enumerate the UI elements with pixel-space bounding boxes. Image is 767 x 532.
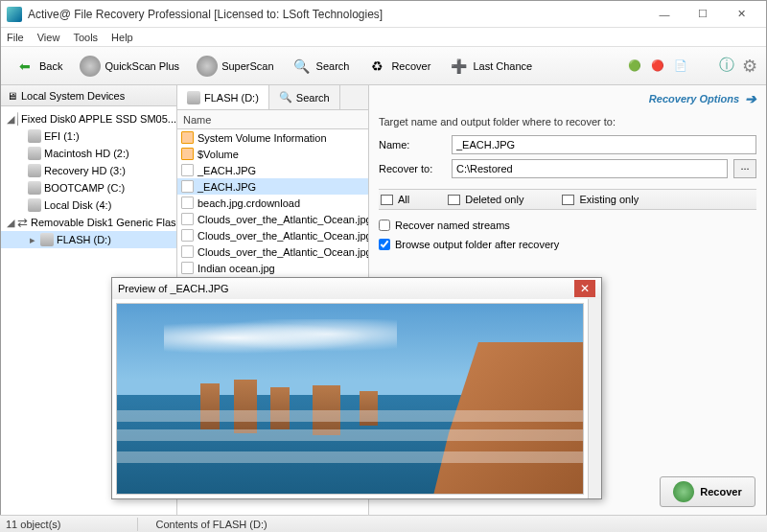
stop-icon[interactable]: 🔴 xyxy=(649,58,666,75)
recover-button[interactable]: Recover xyxy=(660,476,755,507)
folder-icon xyxy=(181,148,194,160)
file-icon xyxy=(181,262,194,274)
status-objects: 11 object(s) xyxy=(6,519,60,530)
file-icon xyxy=(181,180,194,193)
file-name: _EACH.JPG xyxy=(198,181,256,193)
browse-button[interactable]: ... xyxy=(733,159,756,178)
lastchance-icon: ➕ xyxy=(448,56,469,77)
minimize-button[interactable]: — xyxy=(645,2,684,27)
folder-icon xyxy=(181,131,194,144)
toolbar: ⬅Back QuickScan Plus SuperScan 🔍Search ♻… xyxy=(1,47,766,85)
device-tree: ◢Fixed Disk0 APPLE SSD SM05... EFI (1:) … xyxy=(1,106,176,252)
menu-tools[interactable]: Tools xyxy=(73,32,98,43)
quickscan-button[interactable]: QuickScan Plus xyxy=(74,53,185,80)
name-input[interactable] xyxy=(452,135,756,154)
tree-disk1[interactable]: ◢⇄Removable Disk1 Generic Flas... xyxy=(1,214,176,231)
column-header-name[interactable]: Name xyxy=(177,110,368,129)
volume-icon xyxy=(28,147,41,160)
back-icon: ⬅ xyxy=(14,56,35,77)
preview-close-button[interactable]: ✕ xyxy=(574,280,595,297)
recover-toolbar-button[interactable]: ♻Recover xyxy=(360,53,436,80)
search-button[interactable]: 🔍Search xyxy=(286,53,356,80)
usb-icon: ⇄ xyxy=(17,216,28,230)
recovery-desc: Target name and output folder where to r… xyxy=(379,116,756,127)
menu-help[interactable]: Help xyxy=(111,32,133,43)
tab-search[interactable]: 🔍Search xyxy=(269,85,340,109)
settings-icon[interactable]: ⚙ xyxy=(741,58,758,75)
file-icon xyxy=(181,245,194,258)
titlebar: Active@ File Recovery Professional [Lice… xyxy=(1,1,766,28)
file-row[interactable]: System Volume Information xyxy=(177,129,368,146)
maximize-button[interactable]: ☐ xyxy=(684,2,722,27)
tree-vol-efi[interactable]: EFI (1:) xyxy=(1,127,176,145)
back-button[interactable]: ⬅Back xyxy=(9,53,68,80)
file-row[interactable]: Clouds_over_the_Atlantic_Ocean.jpg xyxy=(177,211,368,227)
status-contents: Contents of FLASH (D:) xyxy=(155,519,267,530)
search-icon: 🔍 xyxy=(291,56,313,77)
file-row[interactable]: Indian ocean.jpg xyxy=(177,260,368,276)
path-input[interactable] xyxy=(452,159,728,178)
checkbox-browse[interactable] xyxy=(379,239,390,250)
filter-deleted[interactable]: Deleted only xyxy=(448,194,523,205)
window-title: Active@ File Recovery Professional [Lice… xyxy=(28,8,645,21)
file-row[interactable]: Clouds_over_the_Atlantic_Ocean.jpg xyxy=(177,227,368,243)
statusbar: 11 object(s) Contents of FLASH (D:) xyxy=(0,515,767,532)
sidebar-header: 🖥 Local System Devices xyxy=(1,85,176,106)
tree-disk0[interactable]: ◢Fixed Disk0 APPLE SSD SM05... xyxy=(1,110,176,127)
file-name: _EACH.JPG xyxy=(198,165,256,176)
preview-titlebar[interactable]: Preview of _EACH.JPG ✕ xyxy=(112,278,601,299)
filter-all[interactable]: All xyxy=(381,194,409,205)
tree-vol-bootcamp[interactable]: BOOTCAMP (C:) xyxy=(1,179,176,197)
file-name: beach.jpg.crdownload xyxy=(198,197,300,209)
menu-file[interactable]: File xyxy=(7,32,24,43)
name-label: Name: xyxy=(379,139,446,150)
tree-vol-flash[interactable]: ▸FLASH (D:) xyxy=(1,231,176,248)
file-row[interactable]: Clouds_over_the_Atlantic_Ocean.jpg.crdo xyxy=(177,243,368,260)
tree-vol-recovery[interactable]: Recovery HD (3:) xyxy=(1,162,176,179)
refresh-icon[interactable]: 🟢 xyxy=(626,58,643,75)
file-icon xyxy=(181,197,194,209)
file-name: Clouds_over_the_Atlantic_Ocean.jpg xyxy=(198,230,368,242)
tree-vol-mac[interactable]: Macintosh HD (2:) xyxy=(1,145,176,162)
file-row[interactable]: _EACH.JPG xyxy=(177,178,368,195)
file-row[interactable]: $Volume xyxy=(177,146,368,162)
lastchance-button[interactable]: ➕Last Chance xyxy=(442,53,538,80)
filter-box-icon xyxy=(448,195,460,205)
volume-icon xyxy=(28,164,41,177)
file-row[interactable]: beach.jpg.crdownload xyxy=(177,195,368,211)
menu-view[interactable]: View xyxy=(37,32,60,43)
path-label: Recover to: xyxy=(379,163,446,174)
superscan-icon xyxy=(197,56,218,77)
preview-title-text: Preview of _EACH.JPG xyxy=(118,283,574,294)
tabs: FLASH (D:) 🔍Search xyxy=(177,85,368,110)
search-icon: 🔍 xyxy=(279,91,292,104)
checkbox-streams[interactable] xyxy=(379,220,390,231)
filter-box-icon xyxy=(562,195,574,205)
arrow-right-icon[interactable]: ➔ xyxy=(745,91,756,106)
file-name: System Volume Information xyxy=(198,132,327,144)
filter-existing[interactable]: Existing only xyxy=(562,194,639,205)
tree-vol-local[interactable]: Local Disk (4:) xyxy=(1,197,176,214)
quickscan-icon xyxy=(80,56,101,77)
file-icon xyxy=(181,213,194,225)
volume-icon xyxy=(28,198,41,212)
app-icon xyxy=(7,7,22,22)
menubar: File View Tools Help xyxy=(1,28,766,47)
doc-icon[interactable]: 📄 xyxy=(672,58,689,75)
tab-flash[interactable]: FLASH (D:) xyxy=(177,85,269,109)
superscan-button[interactable]: SuperScan xyxy=(191,53,279,80)
file-icon xyxy=(181,229,194,242)
file-name: Indian ocean.jpg xyxy=(198,263,275,274)
disk-icon xyxy=(17,112,18,126)
info-icon[interactable]: ⓘ xyxy=(718,58,735,75)
filter-box-icon xyxy=(381,195,393,205)
recover-action-icon xyxy=(673,481,694,502)
volume-icon xyxy=(28,129,41,143)
preview-scrollbar[interactable] xyxy=(588,299,601,498)
preview-window[interactable]: Preview of _EACH.JPG ✕ xyxy=(111,277,602,499)
devices-icon: 🖥 xyxy=(7,90,17,102)
file-row[interactable]: _EACH.JPG xyxy=(177,162,368,178)
recovery-header: Recovery Options ➔ xyxy=(379,91,756,110)
close-button[interactable]: ✕ xyxy=(722,2,760,27)
preview-image xyxy=(116,303,584,495)
